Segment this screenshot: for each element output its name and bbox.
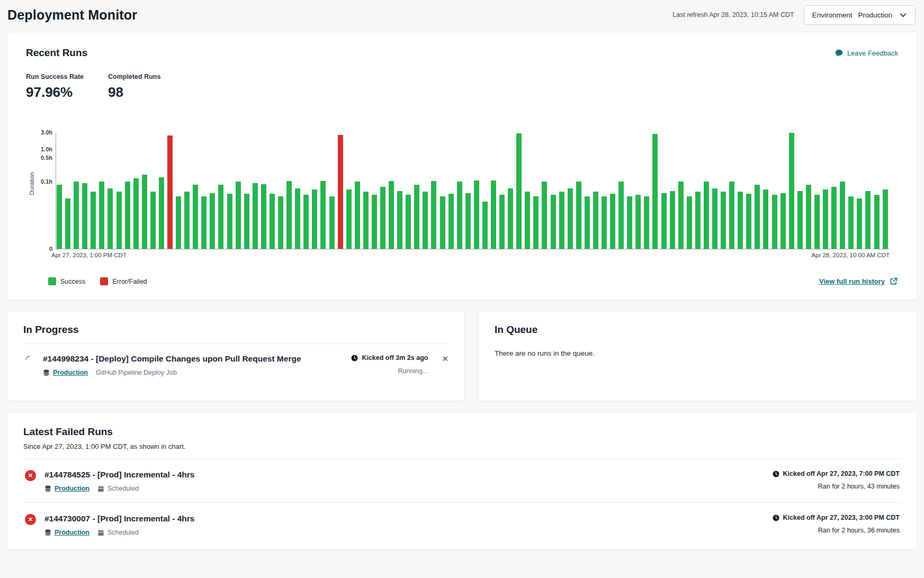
run-bar-success[interactable] — [763, 189, 768, 249]
run-bar-success[interactable] — [312, 189, 317, 249]
production-link[interactable]: Production — [44, 485, 89, 492]
run-bar-success[interactable] — [627, 196, 632, 249]
close-icon[interactable]: ✕ — [442, 355, 448, 363]
run-bar-success[interactable] — [236, 182, 241, 249]
production-link[interactable]: Production — [44, 529, 89, 536]
run-bar-success[interactable] — [516, 133, 522, 249]
run-bar-success[interactable] — [448, 194, 454, 249]
run-bar-success[interactable] — [253, 183, 258, 249]
run-bar-success[interactable] — [193, 185, 198, 249]
run-bar-success[interactable] — [440, 196, 445, 249]
view-run-history-link[interactable]: View full run history — [819, 277, 898, 286]
run-bar-success[interactable] — [585, 196, 590, 249]
run-bar-success[interactable] — [874, 195, 880, 249]
run-bar-success[interactable] — [814, 195, 820, 249]
run-bar-success[interactable] — [125, 182, 130, 249]
run-bar-success[interactable] — [797, 191, 803, 249]
run-bar-success[interactable] — [559, 192, 564, 249]
run-bar-success[interactable] — [661, 193, 667, 249]
run-bar-success[interactable] — [82, 183, 87, 249]
run-bar-success[interactable] — [704, 182, 709, 249]
run-bar-success[interactable] — [210, 193, 215, 249]
run-bar-success[interactable] — [74, 182, 79, 249]
run-bar-success[interactable] — [644, 196, 649, 249]
run-bar-success[interactable] — [295, 188, 300, 249]
run-bar-success[interactable] — [431, 181, 436, 249]
environment-dropdown[interactable]: Environment Production — [804, 5, 916, 25]
run-bar-success[interactable] — [184, 192, 190, 249]
run-bar-success[interactable] — [721, 192, 726, 249]
run-bar-success[interactable] — [576, 182, 581, 249]
run-bar-success[interactable] — [568, 188, 573, 249]
run-bar-success[interactable] — [465, 193, 471, 249]
run-bar-success[interactable] — [372, 195, 377, 249]
run-bar-success[interactable] — [320, 181, 326, 249]
run-bar-success[interactable] — [380, 187, 385, 249]
run-bar-success[interactable] — [772, 195, 777, 249]
run-bar-success[interactable] — [355, 182, 360, 249]
run-bar-success[interactable] — [755, 185, 760, 249]
run-bar-success[interactable] — [133, 178, 139, 249]
run-bar-success[interactable] — [542, 182, 547, 249]
run-bar-success[interactable] — [116, 192, 122, 249]
run-bar-success[interactable] — [244, 194, 249, 249]
run-bar-success[interactable] — [482, 202, 488, 249]
run-bar-success[interactable] — [533, 196, 539, 249]
run-bar-success[interactable] — [652, 134, 658, 249]
run-bar-success[interactable] — [823, 189, 828, 249]
run-bar-success[interactable] — [457, 182, 462, 249]
run-bar-success[interactable] — [491, 180, 496, 249]
run-bar-success[interactable] — [678, 182, 684, 249]
run-bar-success[interactable] — [687, 196, 692, 249]
run-bar-success[interactable] — [499, 195, 505, 249]
production-link[interactable]: Production — [43, 369, 88, 376]
run-bar-success[interactable] — [729, 182, 734, 249]
run-bar-success[interactable] — [840, 182, 845, 249]
run-bar-success[interactable] — [857, 198, 862, 249]
run-bar-success[interactable] — [525, 192, 530, 249]
run-bar-success[interactable] — [150, 192, 156, 249]
run-bar-success[interactable] — [218, 185, 223, 249]
run-bar-success[interactable] — [414, 185, 419, 249]
run-bar-success[interactable] — [781, 193, 786, 249]
run-bar-success[interactable] — [883, 189, 888, 249]
run-bar-success[interactable] — [789, 133, 794, 249]
run-bar-success[interactable] — [602, 196, 607, 249]
run-bar-success[interactable] — [142, 175, 147, 249]
run-bar-success[interactable] — [389, 181, 394, 249]
run-bar-success[interactable] — [303, 195, 309, 249]
run-bar-success[interactable] — [57, 185, 62, 249]
run-bar-success[interactable] — [201, 196, 207, 249]
run-bar-success[interactable] — [831, 187, 837, 249]
run-bar-success[interactable] — [91, 192, 96, 249]
run-bar-success[interactable] — [99, 182, 104, 249]
run-bar-success[interactable] — [176, 196, 181, 249]
run-bar-success[interactable] — [278, 196, 283, 249]
run-bar-failed[interactable] — [338, 135, 343, 249]
run-bar-success[interactable] — [397, 191, 402, 249]
run-bar-success[interactable] — [270, 194, 275, 249]
run-bar-success[interactable] — [593, 192, 598, 249]
run-bar-success[interactable] — [508, 188, 513, 249]
run-bar-success[interactable] — [670, 191, 675, 249]
run-bar-success[interactable] — [363, 192, 369, 249]
run-bar-success[interactable] — [159, 177, 164, 249]
run-bar-success[interactable] — [848, 196, 854, 249]
run-bar-success[interactable] — [286, 181, 292, 249]
leave-feedback-link[interactable]: Leave Feedback — [835, 49, 898, 57]
run-bar-success[interactable] — [107, 188, 113, 249]
run-bar-success[interactable] — [712, 188, 717, 249]
run-bar-success[interactable] — [227, 194, 232, 249]
run-bar-success[interactable] — [261, 184, 266, 249]
run-bar-success[interactable] — [695, 192, 701, 249]
run-bar-success[interactable] — [406, 195, 411, 249]
run-bar-success[interactable] — [865, 191, 871, 249]
run-bar-success[interactable] — [738, 192, 743, 249]
run-bar-success[interactable] — [346, 189, 352, 249]
run-bar-failed[interactable] — [167, 136, 173, 249]
run-bar-success[interactable] — [610, 194, 615, 249]
run-bar-success[interactable] — [551, 195, 556, 249]
run-bar-success[interactable] — [746, 194, 751, 249]
run-bar-success[interactable] — [423, 192, 428, 249]
run-bar-success[interactable] — [474, 180, 479, 249]
